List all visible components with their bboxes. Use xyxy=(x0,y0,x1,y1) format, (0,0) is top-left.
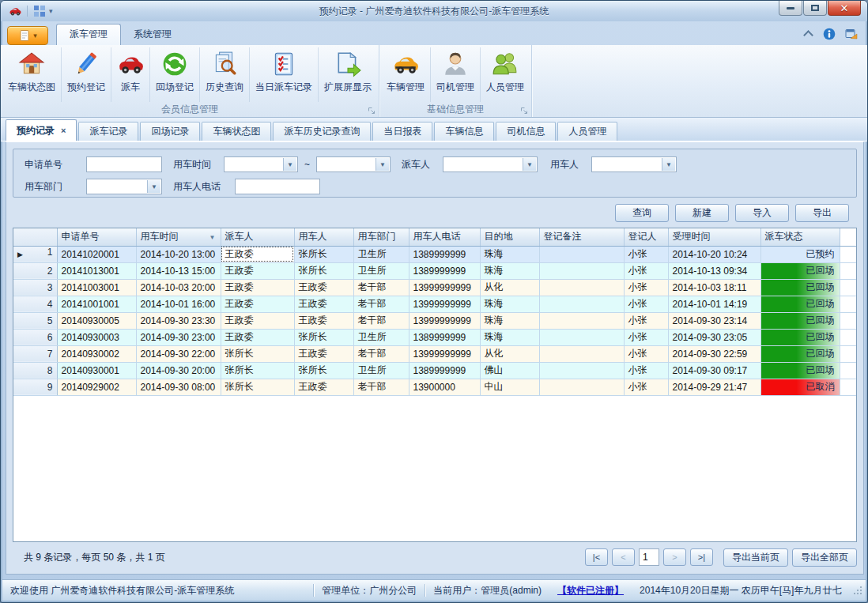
close-button[interactable]: ✕ xyxy=(828,1,861,16)
column-header-10[interactable]: 受理时间 xyxy=(668,228,760,246)
chevron-down-icon[interactable]: ▼ xyxy=(523,158,536,171)
table-cell-status[interactable]: 已预约 xyxy=(760,246,840,262)
table-cell[interactable]: 老干部 xyxy=(353,296,409,312)
table-cell[interactable]: 2014-09-30 22:59 xyxy=(668,345,760,362)
table-cell[interactable]: 从化 xyxy=(480,345,539,362)
table-cell[interactable]: 王政委 xyxy=(294,345,353,362)
table-cell[interactable]: 张所长 xyxy=(294,362,353,379)
table-cell[interactable] xyxy=(539,279,624,296)
user-combo[interactable]: ▼ xyxy=(591,156,677,172)
license-link[interactable]: 【软件已注册】 xyxy=(549,584,632,597)
column-header-1[interactable]: 申请单号 xyxy=(57,228,136,246)
table-cell[interactable]: 13999999999 xyxy=(409,345,480,362)
table-cell[interactable]: 王政委 xyxy=(221,262,294,279)
export-button[interactable]: 导出 xyxy=(795,204,849,222)
doc-tab-9[interactable]: 人员管理 xyxy=(557,122,617,141)
table-cell[interactable]: 王政委 xyxy=(221,329,294,345)
table-cell-status[interactable]: 已回场 xyxy=(760,345,840,362)
page-number-input[interactable] xyxy=(639,548,659,566)
app-menu-button[interactable]: ▾ xyxy=(7,26,48,45)
chevron-down-icon[interactable]: ▼ xyxy=(662,158,675,171)
doc-tab-5[interactable]: 派车历史记录查询 xyxy=(273,122,371,141)
doc-tab-2[interactable]: 派车记录 xyxy=(78,122,138,141)
table-cell[interactable]: 2014-09-30 23:05 xyxy=(668,329,760,345)
column-header-2[interactable]: 用车时间▼ xyxy=(136,228,221,246)
table-cell[interactable]: 小张 xyxy=(624,296,668,312)
row-header[interactable]: 9 xyxy=(13,379,57,395)
doc-tab-7[interactable]: 车辆信息 xyxy=(434,122,494,141)
table-cell[interactable] xyxy=(539,345,624,362)
maximize-button[interactable] xyxy=(803,1,827,16)
table-cell[interactable]: 2014-10-13 09:34 xyxy=(668,262,760,279)
table-cell[interactable]: 2014-09-30 23:30 xyxy=(136,312,221,329)
table-cell[interactable]: 2014-09-30 23:14 xyxy=(668,312,760,329)
table-cell[interactable]: 卫生所 xyxy=(353,262,409,279)
table-cell[interactable]: 张所长 xyxy=(294,262,353,279)
ribbon-tab-2[interactable]: 系统管理 xyxy=(121,24,184,45)
table-cell[interactable]: 王政委 xyxy=(221,296,294,312)
row-header[interactable]: 4 xyxy=(13,296,57,312)
table-cell[interactable]: 珠海 xyxy=(480,312,539,329)
table-cell[interactable]: 张所长 xyxy=(221,379,294,395)
table-cell[interactable]: 小张 xyxy=(624,329,668,345)
column-header-5[interactable]: 用车部门 xyxy=(353,228,409,246)
ribbon-button-car-red[interactable]: 派车 xyxy=(111,47,150,102)
table-cell[interactable]: 王政委 xyxy=(221,312,294,329)
table-cell[interactable]: 2014-09-30 09:17 xyxy=(668,362,760,379)
row-header-corner[interactable] xyxy=(13,228,57,246)
row-header[interactable]: 8 xyxy=(13,362,57,379)
ribbon-button-house[interactable]: 车辆状态图 xyxy=(2,47,62,102)
table-cell[interactable]: 小张 xyxy=(624,312,668,329)
table-cell[interactable]: 1389999999 xyxy=(409,329,480,345)
about-icon[interactable] xyxy=(845,28,858,40)
export-all-pages-button[interactable]: 导出全部页 xyxy=(792,548,857,567)
table-cell[interactable] xyxy=(539,296,624,312)
column-header-8[interactable]: 登记备注 xyxy=(539,228,624,246)
minimize-button[interactable] xyxy=(779,1,802,16)
ribbon-button-driver[interactable]: 司机管理 xyxy=(431,47,481,102)
table-cell[interactable]: 张所长 xyxy=(221,362,294,379)
first-page-button[interactable]: |< xyxy=(585,548,608,566)
table-cell[interactable]: 张所长 xyxy=(221,345,294,362)
table-cell[interactable]: 王政委 xyxy=(221,279,294,296)
table-cell-status[interactable]: 已回场 xyxy=(760,362,840,379)
table-cell[interactable]: 小张 xyxy=(624,362,668,379)
table-cell[interactable] xyxy=(539,362,624,379)
table-cell[interactable]: 王政委 xyxy=(221,246,294,262)
table-cell[interactable]: 20141003001 xyxy=(57,279,136,296)
sort-descending-icon[interactable]: ▼ xyxy=(209,234,216,241)
new-button[interactable]: 新建 xyxy=(675,204,729,222)
table-cell[interactable]: 2014-10-01 14:19 xyxy=(668,296,760,312)
table-cell[interactable]: 2014-09-30 22:00 xyxy=(136,345,221,362)
table-cell[interactable]: 老干部 xyxy=(353,312,409,329)
doc-tab-8[interactable]: 司机信息 xyxy=(496,122,556,141)
table-cell[interactable]: 2014-10-20 10:24 xyxy=(668,246,760,262)
dialog-launcher-icon[interactable] xyxy=(520,106,528,114)
table-cell[interactable]: 珠海 xyxy=(480,262,539,279)
table-cell[interactable]: 张所长 xyxy=(294,246,353,262)
chevron-down-icon[interactable]: ▼ xyxy=(376,158,389,171)
row-header[interactable]: 7 xyxy=(13,345,57,362)
table-cell[interactable]: 1389999999 xyxy=(409,262,480,279)
dept-combo[interactable]: ▼ xyxy=(86,179,162,194)
table-cell-status[interactable]: 已回场 xyxy=(760,312,840,329)
doc-tab-1[interactable]: 预约记录× xyxy=(6,119,77,141)
table-cell-status[interactable]: 已回场 xyxy=(760,296,840,312)
use-time-to-combo[interactable]: ▼ xyxy=(316,156,391,172)
phone-input[interactable] xyxy=(235,179,320,194)
import-button[interactable]: 导入 xyxy=(735,204,789,222)
table-cell[interactable]: 卫生所 xyxy=(353,362,409,379)
ribbon-button-recycle[interactable]: 回场登记 xyxy=(150,47,200,102)
ribbon-tab-1[interactable]: 派车管理 xyxy=(56,24,121,45)
column-header-6[interactable]: 用车人电话 xyxy=(409,228,480,246)
table-cell[interactable]: 20140930001 xyxy=(57,362,136,379)
table-cell[interactable]: 13999999999 xyxy=(409,296,480,312)
table-cell[interactable]: 小张 xyxy=(624,246,668,262)
table-cell[interactable]: 2014-10-01 16:00 xyxy=(136,296,221,312)
table-cell[interactable]: 中山 xyxy=(480,379,539,395)
table-cell[interactable] xyxy=(539,246,624,262)
table-cell[interactable]: 20140930005 xyxy=(57,312,136,329)
row-header[interactable]: 2 xyxy=(13,262,57,279)
table-cell[interactable]: 2014-09-30 20:00 xyxy=(136,362,221,379)
close-tab-icon[interactable]: × xyxy=(61,126,66,135)
